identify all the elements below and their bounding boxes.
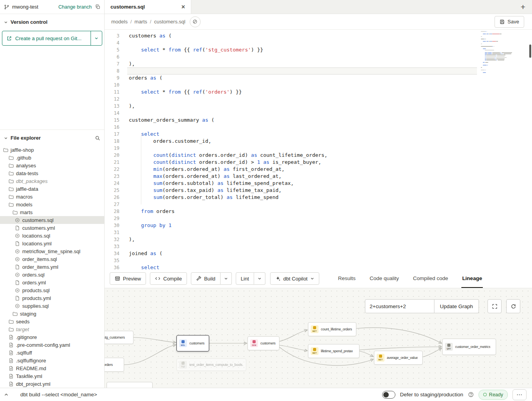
lineage-node-customer_order_metrics[interactable]: QRYcustomer_order_metrics [442, 339, 496, 355]
breadcrumb-item[interactable]: marts [135, 19, 148, 25]
tree-item-products-sql[interactable]: products.sql [0, 286, 104, 294]
code-line-14[interactable]: 14 [105, 110, 532, 117]
tree-item-dbt-packages[interactable]: dbt_packages [0, 177, 104, 185]
search-icon[interactable] [95, 135, 100, 141]
preview-button[interactable]: Preview [110, 272, 146, 285]
code-line-25[interactable]: 25 sum(orders.tax_paid) as lifetime_tax_… [105, 187, 532, 194]
lint-dropdown-button[interactable] [254, 272, 265, 285]
code-line-26[interactable]: 26 sum(orders.order_total) as lifetime_s… [105, 194, 532, 201]
tree-item-data-tests[interactable]: data-tests [0, 169, 104, 177]
code-line-7[interactable]: 7), [105, 60, 532, 67]
tree-item-products-yml[interactable]: products.yml [0, 294, 104, 302]
lineage-node-test-order-items[interactable]: TSTtest_order_items_compute_to_bools... [176, 358, 246, 371]
code-line-13[interactable]: 13), [105, 103, 532, 110]
code-line-24[interactable]: 24 sum(orders.subtotal) as lifetime_spen… [105, 180, 532, 187]
defer-toggle[interactable] [382, 391, 395, 399]
tree-item-jaffle-data[interactable]: jaffle-data [0, 185, 104, 193]
code-line-34[interactable]: 34joined as ( [105, 250, 532, 257]
tab-compiled-code[interactable]: Compiled code [412, 269, 449, 288]
change-branch-link[interactable]: Change branch [59, 4, 92, 10]
code-line-18[interactable]: 18 orders.customer_id, [105, 138, 532, 145]
fullscreen-button[interactable] [488, 299, 502, 313]
code-line-22[interactable]: 22 min(orders.ordered_at) as first_order… [105, 166, 532, 173]
tree-item-supplies-sql[interactable]: supplies.sql [0, 302, 104, 310]
code-line-6[interactable]: 6 [105, 53, 532, 60]
breadcrumb-item[interactable]: models [111, 19, 128, 25]
code-line-8[interactable]: 8 [105, 67, 532, 75]
tab-customers-sql[interactable]: customers.sql × [105, 0, 191, 14]
save-button[interactable]: Save [495, 16, 524, 28]
code-line-11[interactable]: 11 select * from {{ ref('orders') }} [105, 89, 532, 96]
code-line-17[interactable]: 17 select [105, 131, 532, 138]
help-icon[interactable] [468, 392, 474, 397]
tree-item--sqlfluffignore[interactable]: .sqlfluffignore [0, 357, 104, 364]
code-line-15[interactable]: 15customer_orders_summary as ( [105, 117, 532, 124]
dbt-copilot-button[interactable]: dbt Copilot [270, 272, 319, 285]
code-line-35[interactable]: 35 [105, 257, 532, 264]
status-badge[interactable]: Ready [479, 390, 508, 400]
refresh-button[interactable] [506, 299, 520, 313]
code-line-16[interactable]: 16 [105, 124, 532, 131]
tree-item-target[interactable]: target [0, 325, 104, 333]
create-pull-request-main[interactable]: Create a pull request on Git... [2, 31, 91, 45]
tree-item-seeds[interactable]: seeds [0, 318, 104, 325]
code-line-27[interactable]: 27 [105, 201, 532, 208]
editor-scrollbar[interactable] [529, 44, 531, 58]
tree-item--pre-commit-config-yaml[interactable]: .pre-commit-config.yaml [0, 341, 104, 349]
tree-item-metricflow-time-spine-sql[interactable]: metricflow_time_spine.sql [0, 247, 104, 255]
code-line-20[interactable]: 20 count(distinct orders.order_id) as co… [105, 152, 532, 159]
tree-item-models[interactable]: models [0, 200, 104, 208]
tree-item-orders-yml[interactable]: orders.yml [0, 279, 104, 286]
code-line-32[interactable]: 32), [105, 236, 532, 243]
code-line-28[interactable]: 28 from orders [105, 208, 532, 215]
tree-item-dbt-project-yml[interactable]: dbt_project.yml [0, 380, 104, 388]
tree-item-orders-sql[interactable]: orders.sql [0, 271, 104, 279]
lineage-node-customers-semantic[interactable]: SEMcustomers [247, 336, 279, 350]
tree-item-macros[interactable]: macros [0, 193, 104, 200]
tab-lineage[interactable]: Lineage [461, 269, 483, 288]
tree-item-taskfile-yml[interactable]: Taskfile.yml [0, 372, 104, 380]
tree-item-readme-md[interactable]: README.md [0, 364, 104, 372]
code-line-33[interactable]: 33 [105, 243, 532, 250]
lineage-node-stg_customers[interactable]: MDLstg_customers [105, 331, 133, 344]
tree-item-jaffle-shop[interactable]: jaffle-shop [0, 146, 104, 154]
tree-item--sqlfluff[interactable]: .sqlfluff [0, 349, 104, 357]
breadcrumb-item[interactable]: customers.sql [154, 19, 185, 25]
code-editor[interactable]: 3customers as (45 select * from {{ ref('… [105, 30, 532, 269]
tree-item-locations-sql[interactable]: locations.sql [0, 232, 104, 240]
open-in-explorer-button[interactable] [190, 16, 201, 27]
collapse-panel-button[interactable] [0, 392, 12, 397]
code-line-30[interactable]: 30 group by 1 [105, 222, 532, 229]
lineage-node-lifetime_spend_pretax[interactable]: METlifetime_spend_pretax [308, 344, 359, 358]
version-control-header[interactable]: Version control [0, 14, 104, 28]
lineage-node-average_order_value[interactable]: METaverage_order_value [374, 351, 423, 365]
code-line-10[interactable]: 10 [105, 82, 532, 89]
lineage-selector-input[interactable]: 2+customers+2 [365, 299, 434, 313]
tab-code-quality[interactable]: Code quality [369, 269, 400, 288]
command-hint[interactable]: dbt build --select <model_name> [20, 392, 97, 397]
update-graph-button[interactable]: Update Graph [434, 299, 479, 313]
tree-item--gitignore[interactable]: .gitignore [0, 333, 104, 341]
more-options-button[interactable]: ⋯ [512, 389, 527, 400]
compile-button[interactable]: Compile [150, 272, 187, 285]
tree-item-order-items-yml[interactable]: order_items.yml [0, 263, 104, 271]
code-line-4[interactable]: 4 [105, 39, 532, 46]
minimap[interactable] [481, 31, 514, 73]
tree-item-order-items-sql[interactable]: order_items.sql [0, 255, 104, 263]
create-pull-request-dropdown[interactable] [91, 31, 102, 45]
tree-item-locations-yml[interactable]: locations.yml [0, 240, 104, 247]
tree-item-customers-yml[interactable]: customers.yml [0, 224, 104, 232]
code-line-36[interactable]: 36 select [105, 264, 532, 269]
file-explorer-header[interactable]: File explorer [0, 130, 104, 144]
lineage-node-clipped-node[interactable] [107, 382, 153, 388]
build-button[interactable]: Build [191, 272, 221, 285]
code-line-29[interactable]: 29 [105, 215, 532, 222]
tree-item--github[interactable]: .github [0, 154, 104, 161]
code-line-19[interactable]: 19 [105, 145, 532, 152]
code-line-5[interactable]: 5 select * from {{ ref('stg_customers') … [105, 46, 532, 53]
code-line-23[interactable]: 23 max(orders.ordered_at) as last_ordere… [105, 173, 532, 180]
code-line-31[interactable]: 31 [105, 229, 532, 236]
tab-results[interactable]: Results [337, 269, 356, 288]
copy-icon[interactable] [95, 4, 100, 9]
lint-button[interactable]: Lint [236, 272, 254, 285]
